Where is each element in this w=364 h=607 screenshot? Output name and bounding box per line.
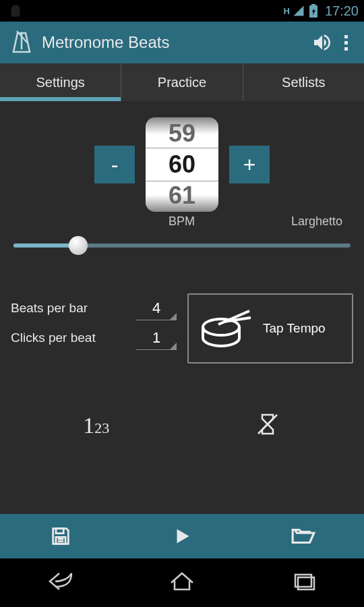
metronome-icon	[8, 29, 35, 56]
svg-line-9	[258, 415, 277, 434]
battery-charging-icon	[309, 4, 318, 18]
svg-rect-3	[311, 4, 315, 6]
open-button[interactable]	[243, 514, 364, 558]
dot-icon	[344, 41, 348, 45]
bpm-control: - 59 60 61 +	[11, 117, 353, 212]
timer-button[interactable]	[254, 411, 281, 440]
tempo-name: Larghetto	[291, 214, 342, 229]
beat-counter-button[interactable]: 123	[83, 413, 109, 438]
bugdroid-icon	[7, 2, 24, 20]
tab-label: Settings	[36, 75, 85, 90]
play-icon	[170, 524, 194, 548]
tab-label: Practice	[158, 75, 206, 90]
bpm-decrement-button[interactable]: -	[94, 146, 135, 183]
nav-back-button[interactable]	[46, 569, 75, 596]
save-icon	[49, 525, 72, 548]
overflow-menu-button[interactable]	[336, 35, 356, 51]
clock: 17:20	[325, 3, 359, 19]
tab-setlists[interactable]: Setlists	[243, 63, 364, 101]
tap-tempo-label: Tap Tempo	[263, 321, 326, 336]
data-indicator: H	[284, 6, 289, 16]
beats-per-bar-label: Beats per bar	[11, 301, 88, 316]
bpm-prev: 59	[169, 118, 195, 149]
clicks-per-beat-value: 1	[152, 329, 160, 347]
recent-apps-icon	[289, 569, 318, 594]
slider-fill	[13, 243, 77, 248]
plus-label: +	[243, 152, 256, 177]
bpm-next: 61	[169, 180, 195, 211]
play-button[interactable]	[121, 514, 243, 558]
folder-open-icon	[291, 525, 316, 548]
bpm-labels: BPM Larghetto	[11, 214, 353, 229]
android-nav-bar	[0, 558, 364, 607]
slider-thumb[interactable]	[69, 236, 88, 255]
tab-settings[interactable]: Settings	[0, 63, 121, 101]
utility-row: 123	[11, 404, 353, 447]
minus-label: -	[111, 152, 119, 177]
bpm-increment-button[interactable]: +	[229, 146, 270, 183]
beats-per-bar-row: Beats per bar 4	[11, 293, 177, 323]
tab-practice[interactable]: Practice	[121, 63, 243, 101]
action-bar	[0, 514, 364, 558]
home-icon	[167, 569, 197, 594]
dot-icon	[344, 35, 348, 38]
bpm-wheel[interactable]: 59 60 61	[146, 117, 218, 212]
beats-per-bar-spinner[interactable]: 4	[136, 296, 177, 320]
bpm-slider[interactable]	[11, 233, 353, 260]
drum-icon	[198, 308, 252, 349]
sound-button[interactable]	[309, 32, 336, 53]
clicks-per-beat-row: Clicks per beat 1	[11, 323, 177, 353]
nav-recent-button[interactable]	[289, 569, 318, 596]
app-title: Metronome Beats	[42, 33, 309, 52]
save-button[interactable]	[0, 514, 121, 558]
bpm-unit-label: BPM	[169, 214, 195, 229]
settings-left: Beats per bar 4 Clicks per beat 1	[11, 293, 177, 364]
beats-per-bar-value: 4	[152, 299, 160, 317]
clicks-per-beat-label: Clicks per beat	[11, 330, 96, 345]
tab-label: Setlists	[282, 75, 325, 90]
tap-tempo-button[interactable]: Tap Tempo	[187, 293, 353, 364]
main-panel: - 59 60 61 + BPM Larghetto Beats per bar…	[0, 101, 364, 458]
android-status-bar: H 17:20	[0, 0, 364, 22]
clicks-per-beat-spinner[interactable]: 1	[136, 326, 177, 350]
hourglass-off-icon	[254, 411, 281, 438]
tab-bar: Settings Practice Setlists	[0, 63, 364, 101]
svg-rect-10	[56, 529, 63, 533]
bpm-current: 60	[169, 149, 195, 180]
speaker-icon	[311, 32, 333, 53]
signal-icon	[293, 5, 305, 17]
dot-icon	[344, 47, 348, 51]
nav-home-button[interactable]	[167, 569, 197, 596]
svg-rect-1	[11, 9, 20, 17]
settings-block: Beats per bar 4 Clicks per beat 1 Tap Te…	[11, 293, 353, 364]
app-bar: Metronome Beats	[0, 22, 364, 63]
back-icon	[46, 569, 75, 594]
